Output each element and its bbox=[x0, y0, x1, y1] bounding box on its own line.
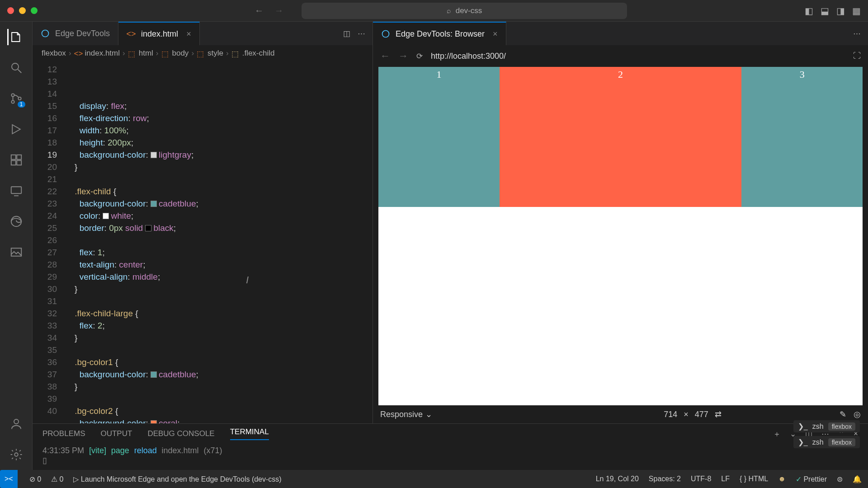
browser-pane: ← → ⟳ http://localhost:3000/ ⛶ 1 2 3 Res… bbox=[373, 45, 868, 423]
launch-edge-hint[interactable]: ▷ Launch Microsoft Edge and open the Edg… bbox=[73, 475, 281, 483]
image-icon[interactable] bbox=[8, 244, 24, 260]
panel-tab-output[interactable]: OUTPUT bbox=[100, 429, 132, 438]
breadcrumb-item[interactable]: index.html bbox=[85, 49, 120, 58]
prettier-status[interactable]: ✓ Prettier bbox=[796, 475, 827, 483]
notifications-icon[interactable]: 🔔 bbox=[853, 475, 862, 483]
panel-tab-terminal[interactable]: TERMINAL bbox=[230, 427, 269, 440]
svg-point-11 bbox=[14, 419, 19, 424]
forward-icon[interactable]: → bbox=[398, 50, 408, 62]
terminal-item[interactable]: ❯_ zsh flexbox bbox=[793, 420, 860, 432]
breadcrumb-item[interactable]: .flex-child bbox=[242, 49, 275, 58]
run-debug-icon[interactable] bbox=[8, 121, 24, 137]
remote-indicator[interactable]: >< bbox=[0, 470, 18, 488]
inspect-icon[interactable]: ⛶ bbox=[853, 52, 861, 61]
more-icon[interactable]: ⋯ bbox=[358, 29, 365, 38]
terminal-icon: ❯_ bbox=[798, 438, 808, 446]
customize-layout-icon[interactable]: ▦ bbox=[852, 5, 861, 16]
feedback-icon[interactable]: ⊜ bbox=[837, 475, 843, 483]
errors-count[interactable]: ⊘ 0 bbox=[29, 475, 41, 483]
indentation[interactable]: Spaces: 2 bbox=[649, 475, 681, 483]
breadcrumb-item[interactable]: body bbox=[172, 49, 189, 58]
terminal-list: ❯_ zsh flexbox ❯_ zsh flexbox bbox=[793, 420, 860, 448]
accounts-icon[interactable] bbox=[8, 416, 24, 432]
edge-icon[interactable] bbox=[8, 213, 24, 230]
eol[interactable]: LF bbox=[721, 475, 730, 483]
breadcrumb-item[interactable]: flexbox bbox=[42, 49, 66, 58]
panel-bottom-icon[interactable]: ⬓ bbox=[821, 5, 829, 16]
back-icon[interactable]: ← bbox=[380, 50, 390, 62]
text-cursor-icon bbox=[246, 274, 249, 286]
extensions-icon[interactable] bbox=[8, 152, 24, 168]
cursor-position[interactable]: Ln 19, Col 20 bbox=[596, 475, 639, 483]
html-file-icon: <> bbox=[74, 49, 82, 57]
svg-point-12 bbox=[14, 453, 18, 456]
forward-icon[interactable]: → bbox=[274, 5, 283, 16]
tag-icon: ⬚ bbox=[128, 49, 136, 57]
warnings-count[interactable]: ⚠ 0 bbox=[51, 475, 63, 483]
browser-toolbar: ← → ⟳ http://localhost:3000/ ⛶ bbox=[373, 45, 868, 67]
settings-gear-icon[interactable] bbox=[8, 446, 24, 463]
panel-right-icon[interactable]: ◨ bbox=[836, 5, 845, 16]
code-content[interactable]: display: flex; flex-direction: row; widt… bbox=[65, 61, 373, 423]
new-terminal-icon[interactable]: ＋ bbox=[773, 429, 781, 439]
chevron-down-icon: ⌄ bbox=[425, 409, 432, 419]
svg-point-2 bbox=[11, 100, 14, 103]
tab-label: Edge DevTools: Browser bbox=[396, 29, 485, 39]
panel-tab-debug[interactable]: DEBUG CONSOLE bbox=[147, 429, 214, 438]
tab-index-html[interactable]: <> index.html × bbox=[118, 22, 200, 45]
more-icon[interactable]: ⋯ bbox=[853, 29, 861, 38]
breadcrumb[interactable]: flexbox› <> index.html› ⬚ html› ⬚ body› … bbox=[33, 45, 373, 61]
tab-bar: Edge DevTools <> index.html × ◫ ⋯ Edge D… bbox=[33, 22, 868, 45]
url-input[interactable]: http://localhost:3000/ bbox=[431, 52, 845, 61]
reload-icon[interactable]: ⟳ bbox=[416, 52, 423, 61]
command-center[interactable]: ⌕ dev-css bbox=[302, 3, 627, 19]
window-controls bbox=[7, 7, 38, 14]
maximize-window-icon[interactable] bbox=[31, 7, 38, 14]
code-editor-pane: flexbox› <> index.html› ⬚ html› ⬚ body› … bbox=[33, 45, 373, 423]
source-control-icon[interactable]: 1 bbox=[8, 90, 24, 107]
encoding[interactable]: UTF-8 bbox=[691, 475, 711, 483]
svg-rect-8 bbox=[11, 187, 21, 193]
remote-icon[interactable] bbox=[8, 183, 24, 199]
history-nav: ← → bbox=[255, 5, 283, 16]
svg-rect-4 bbox=[11, 155, 15, 160]
minimize-window-icon[interactable] bbox=[19, 7, 26, 14]
tab-browser[interactable]: Edge DevTools: Browser × bbox=[373, 22, 506, 45]
responsive-dropdown[interactable]: Responsive ⌄ bbox=[380, 409, 432, 419]
panel-left-icon[interactable]: ◧ bbox=[805, 5, 813, 16]
viewport-height[interactable]: 477 bbox=[695, 410, 708, 419]
wand-icon[interactable]: ✎ bbox=[840, 409, 846, 419]
close-icon[interactable]: × bbox=[186, 29, 191, 39]
close-window-icon[interactable] bbox=[7, 7, 14, 14]
tab-label: Edge DevTools bbox=[55, 29, 110, 38]
browser-viewport[interactable]: 1 2 3 bbox=[378, 67, 863, 405]
tab-edge-devtools[interactable]: Edge DevTools bbox=[33, 22, 118, 45]
svg-point-1 bbox=[11, 94, 14, 96]
tab-label: index.html bbox=[141, 29, 178, 39]
terminal-output[interactable]: 4:31:35 PM [vite] page reload index.html… bbox=[33, 444, 868, 470]
rotate-icon[interactable]: ⇄ bbox=[715, 409, 722, 419]
flex-container: 1 2 3 bbox=[378, 67, 863, 207]
close-icon[interactable]: × bbox=[493, 29, 498, 39]
svg-point-3 bbox=[18, 97, 21, 100]
breadcrumb-item[interactable]: html bbox=[139, 49, 153, 58]
flex-child-2: 2 bbox=[500, 67, 742, 207]
breadcrumb-item[interactable]: style bbox=[208, 49, 223, 58]
language-mode[interactable]: { } HTML bbox=[740, 475, 768, 483]
search-icon[interactable] bbox=[8, 60, 24, 76]
svg-rect-7 bbox=[17, 160, 21, 165]
back-icon[interactable]: ← bbox=[255, 5, 264, 16]
line-gutter: 1213141516171819202122232425262728293031… bbox=[33, 61, 65, 423]
svg-point-14 bbox=[382, 31, 389, 38]
target-icon[interactable]: ◎ bbox=[854, 409, 861, 419]
svg-point-13 bbox=[42, 30, 49, 37]
edge-icon bbox=[41, 29, 50, 38]
times-icon: × bbox=[684, 410, 689, 419]
viewport-width[interactable]: 714 bbox=[664, 410, 677, 419]
panel-tab-problems[interactable]: PROBLEMS bbox=[42, 429, 85, 438]
edge-icon bbox=[381, 29, 390, 38]
terminal-item[interactable]: ❯_ zsh flexbox bbox=[793, 436, 860, 448]
explorer-icon[interactable] bbox=[7, 29, 24, 45]
split-editor-icon[interactable]: ◫ bbox=[343, 29, 350, 38]
copilot-icon[interactable]: ☻ bbox=[778, 475, 786, 483]
